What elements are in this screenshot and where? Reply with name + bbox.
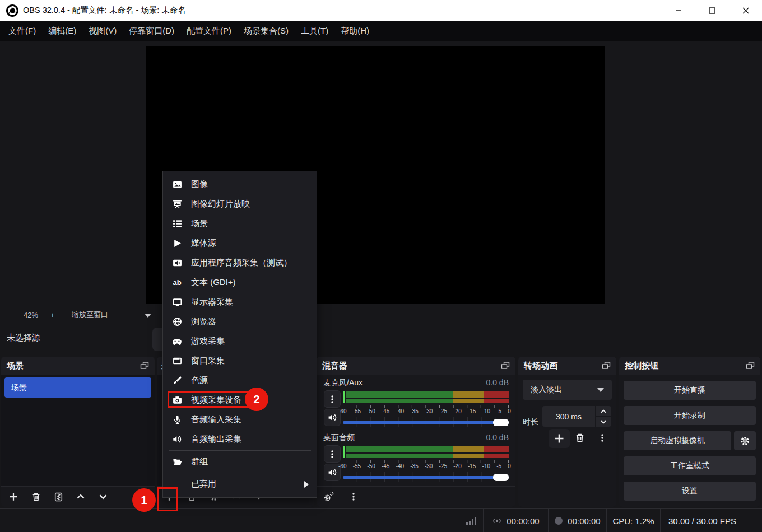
menu-separator <box>169 450 311 451</box>
transition-name: 淡入淡出 <box>531 385 562 395</box>
paintbrush-icon <box>172 376 182 386</box>
menu-docks[interactable]: 停靠窗口(D) <box>123 21 180 41</box>
menu-profile[interactable]: 配置文件(P) <box>180 21 238 41</box>
mixer-menu-button[interactable] <box>348 491 359 502</box>
gamepad-icon <box>172 337 182 347</box>
menu-item-application-audio-capture[interactable]: 应用程序音频采集（测试） <box>163 253 317 273</box>
scene-move-up-button[interactable] <box>75 491 86 502</box>
add-scene-button[interactable] <box>8 491 19 502</box>
menu-file[interactable]: 文件(F) <box>2 21 42 41</box>
menu-item-text-gdi[interactable]: ab 文本 (GDI+) <box>163 273 317 292</box>
channel-menu-button[interactable] <box>324 390 341 408</box>
stream-time: 00:00:00 <box>507 516 539 526</box>
scene-filters-icon <box>54 492 63 502</box>
transitions-panel-header: 转场动画 <box>518 357 616 375</box>
mixer-panel-header: 混音器 <box>317 357 515 375</box>
volume-slider[interactable] <box>343 473 509 482</box>
scene-list-icon <box>172 219 182 229</box>
remove-transition-button[interactable] <box>575 433 585 445</box>
menu-edit[interactable]: 编辑(E) <box>42 21 82 41</box>
transition-properties-button[interactable] <box>598 433 606 445</box>
double-gear-icon <box>323 492 334 502</box>
popout-icon[interactable] <box>602 362 611 370</box>
preview-zoom-bar: − 42% + 缩放至窗口 <box>0 307 762 323</box>
menu-item-game-capture[interactable]: 游戏采集 <box>163 332 317 351</box>
display-icon <box>172 297 182 307</box>
duration-input[interactable]: 300 ms <box>542 406 595 427</box>
kebab-menu-icon <box>328 395 336 404</box>
plus-icon <box>8 492 18 502</box>
popout-icon[interactable] <box>140 362 149 370</box>
menu-item-image-slideshow[interactable]: 图像幻灯片放映 <box>163 194 317 214</box>
source-toolbar-row: 未选择源 <box>0 323 762 354</box>
menu-item-browser[interactable]: 浏览器 <box>163 312 317 332</box>
add-transition-button[interactable] <box>549 429 570 448</box>
chevron-down-icon <box>98 492 108 502</box>
zoom-mode-dropdown[interactable]: 缩放至窗口 <box>72 308 108 321</box>
signal-bars-icon <box>466 516 477 525</box>
popout-icon[interactable] <box>501 362 510 370</box>
annotation-highlight-video-capture <box>168 391 249 408</box>
minimize-button[interactable] <box>666 0 691 21</box>
advanced-audio-button[interactable] <box>323 491 334 502</box>
popout-icon[interactable] <box>746 362 755 370</box>
record-timer: 00:00:00 <box>548 509 606 532</box>
kebab-menu-icon <box>598 433 606 443</box>
menu-item-display-capture[interactable]: 显示器采集 <box>163 292 317 312</box>
scene-move-down-button[interactable] <box>97 491 109 502</box>
scene-filters-button[interactable] <box>53 491 64 502</box>
media-play-icon <box>172 239 182 249</box>
menubar: 文件(F) 编辑(E) 视图(V) 停靠窗口(D) 配置文件(P) 场景集合(S… <box>0 21 762 41</box>
menu-item-audio-input-capture[interactable]: 音频输入采集 <box>163 410 317 430</box>
menu-scene-collection[interactable]: 场景集合(S) <box>238 21 295 41</box>
zoom-out-button[interactable]: − <box>6 308 10 321</box>
channel-name: 桌面音频 <box>323 433 355 443</box>
start-recording-button[interactable]: 开始录制 <box>624 406 756 425</box>
menu-item-group[interactable]: 群组 <box>163 452 317 472</box>
menu-item-image[interactable]: 图像 <box>163 175 317 194</box>
volume-slider[interactable] <box>343 418 509 427</box>
volume-slider-handle[interactable] <box>493 419 509 426</box>
controls-panel-title: 控制按钮 <box>625 361 658 371</box>
zoom-level: 42% <box>24 308 38 321</box>
zoom-in-button[interactable]: + <box>50 308 55 321</box>
menu-item-deprecated[interactable]: 已弃用 <box>163 474 317 494</box>
settings-button[interactable]: 设置 <box>624 482 756 501</box>
trash-icon <box>31 492 41 502</box>
volume-slider-handle[interactable] <box>493 474 509 481</box>
start-virtual-camera-button[interactable]: 启动虚拟摄像机 <box>624 431 731 450</box>
studio-mode-button[interactable]: 工作室模式 <box>624 456 756 475</box>
meter-peak-indicator <box>343 446 345 458</box>
duration-decrease-button[interactable] <box>596 417 611 427</box>
mixer-toolbar <box>317 486 515 507</box>
scene-list-item[interactable]: 场景 <box>4 377 151 398</box>
maximize-button[interactable] <box>699 0 725 21</box>
kebab-menu-icon <box>328 450 336 459</box>
menu-item-color-source[interactable]: 色源 <box>163 371 317 390</box>
menu-item-window-capture[interactable]: 窗口采集 <box>163 351 317 371</box>
volume-meter <box>343 391 509 404</box>
menu-help[interactable]: 帮助(H) <box>334 21 375 41</box>
duration-increase-button[interactable] <box>596 406 611 416</box>
statusbar: 00:00:00 00:00:00 CPU: 1.2% 30.00 / 30.0… <box>0 508 762 532</box>
close-button[interactable] <box>733 0 759 21</box>
menu-tools[interactable]: 工具(T) <box>295 21 334 41</box>
menu-view[interactable]: 视图(V) <box>82 21 123 41</box>
menu-item-audio-output-capture[interactable]: 音频输出采集 <box>163 430 317 449</box>
speaker-icon <box>328 468 337 477</box>
menu-item-scene[interactable]: 场景 <box>163 214 317 234</box>
remove-scene-button[interactable] <box>30 491 41 502</box>
annotation-step-1: 1 <box>132 488 156 512</box>
mixer-panel-title: 混音器 <box>322 361 347 371</box>
obs-logo-icon <box>6 4 18 17</box>
virtual-camera-settings-button[interactable] <box>734 431 756 450</box>
channel-menu-button[interactable] <box>324 445 341 463</box>
transition-dropdown[interactable]: 淡入淡出 <box>523 380 612 400</box>
slideshow-icon <box>172 199 182 209</box>
start-streaming-button[interactable]: 开始直播 <box>624 381 756 400</box>
meter-peak-indicator <box>343 391 345 403</box>
menu-item-media-source[interactable]: 媒体源 <box>163 234 317 253</box>
chevron-down-icon[interactable] <box>145 314 151 318</box>
trash-icon <box>575 433 585 443</box>
transitions-actions <box>518 429 616 449</box>
